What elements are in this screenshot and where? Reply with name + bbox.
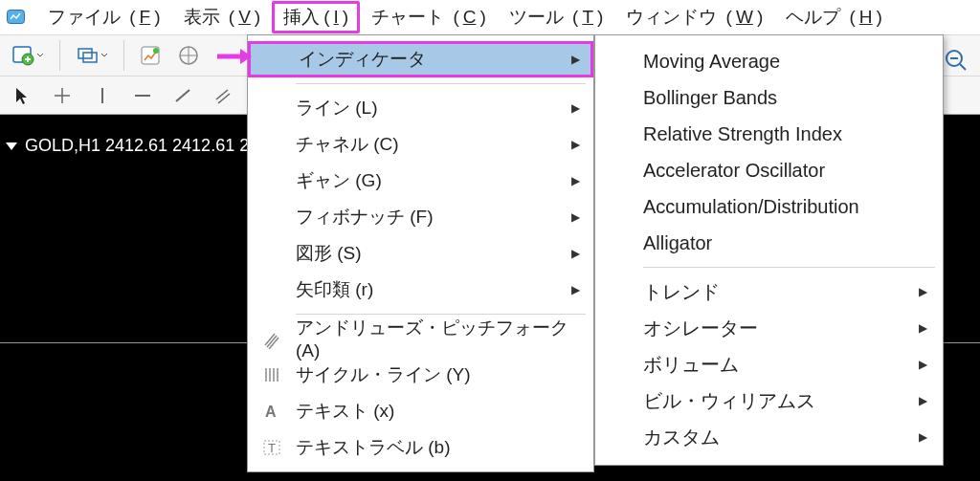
- new-chart-button[interactable]: [6, 39, 50, 72]
- chevron-down-icon: [6, 142, 17, 150]
- menu-item-alligator[interactable]: Alligator: [595, 225, 943, 261]
- menu-view[interactable]: 表示 (V): [172, 1, 273, 33]
- chevron-right-icon: ▶: [571, 101, 580, 115]
- app-icon: [6, 8, 29, 27]
- svg-text:A: A: [265, 404, 277, 420]
- profiles-button[interactable]: [70, 39, 114, 72]
- insert-menu-dropdown: インディケータ ▶ ライン (L)▶ チャネル (C)▶ ギャン (G)▶ フィ…: [247, 34, 594, 472]
- cycle-lines-icon: [248, 364, 296, 385]
- menu-file[interactable]: ファイル (F): [36, 1, 172, 33]
- menu-item-oscillators[interactable]: オシレーター▶: [595, 310, 943, 346]
- menu-item-custom[interactable]: カスタム▶: [595, 419, 943, 455]
- svg-rect-4: [83, 53, 97, 62]
- menu-item-pitchfork[interactable]: アンドリューズ・ピッチフォーク (A): [248, 320, 593, 357]
- trendline-tool[interactable]: [167, 79, 199, 112]
- menu-item-gann[interactable]: ギャン (G)▶: [248, 163, 593, 199]
- zoom-out-button[interactable]: [942, 46, 970, 75]
- menu-item-bollinger-bands[interactable]: Bollinger Bands: [595, 79, 943, 116]
- menu-item-accumulation-dist[interactable]: Accumulation/Distribution: [595, 188, 943, 225]
- crosshair-tool[interactable]: [46, 79, 78, 112]
- menu-help[interactable]: ヘルプ (H): [774, 1, 894, 33]
- menu-divider: [643, 267, 935, 268]
- text-label-icon: T: [248, 437, 296, 458]
- menu-item-moving-average[interactable]: Moving Average: [595, 43, 943, 79]
- menu-item-rsi[interactable]: Relative Strength Index: [595, 116, 943, 152]
- toolbar-separator: [123, 40, 124, 71]
- menu-window[interactable]: ウィンドウ (W): [614, 1, 774, 33]
- vertical-line-tool[interactable]: [86, 79, 119, 112]
- menu-item-accelerator-osc[interactable]: Accelerator Oscillator: [595, 152, 943, 188]
- menu-item-text-label[interactable]: T テキストラベル (b): [248, 429, 593, 466]
- chevron-right-icon: ▶: [571, 174, 580, 187]
- menu-chart[interactable]: チャート (C): [360, 1, 498, 33]
- menu-divider: [296, 83, 586, 84]
- menu-tools[interactable]: ツール (T): [498, 1, 615, 33]
- chevron-right-icon: ▶: [919, 285, 927, 298]
- chevron-right-icon: ▶: [919, 394, 927, 407]
- menu-bar: ファイル (F) 表示 (V) 挿入(I) チャート (C) ツール (T) ウ…: [0, 0, 980, 34]
- menu-item-fibonacci[interactable]: フィボナッチ (F)▶: [248, 199, 593, 235]
- svg-rect-3: [78, 49, 92, 58]
- chevron-right-icon: ▶: [919, 321, 927, 335]
- indicators-submenu: Moving Average Bollinger Bands Relative …: [594, 34, 944, 466]
- menu-item-bill-williams[interactable]: ビル・ウィリアムス▶: [595, 383, 943, 419]
- chevron-right-icon: ▶: [571, 53, 580, 66]
- text-a-icon: A: [248, 401, 296, 422]
- pitchfork-icon: [248, 328, 296, 349]
- chevron-right-icon: ▶: [919, 430, 927, 444]
- navigator-button[interactable]: [172, 39, 205, 72]
- chevron-right-icon: ▶: [571, 138, 580, 151]
- menu-item-arrows[interactable]: 矢印類 (r)▶: [248, 272, 593, 308]
- menu-item-volumes[interactable]: ボリューム▶: [595, 346, 943, 383]
- channel-tool[interactable]: [207, 79, 239, 112]
- market-watch-button[interactable]: [134, 39, 167, 72]
- chart-symbol-label: GOLD,H1 2412.61 2412.61 2411: [6, 136, 278, 156]
- svg-point-6: [153, 48, 159, 54]
- chevron-right-icon: ▶: [919, 358, 927, 371]
- svg-text:T: T: [268, 441, 276, 455]
- annotation-arrow-icon: [215, 47, 252, 66]
- horizontal-line-tool[interactable]: [126, 79, 159, 112]
- svg-rect-0: [8, 11, 25, 24]
- menu-item-channel[interactable]: チャネル (C)▶: [248, 126, 593, 163]
- cursor-tool[interactable]: [6, 79, 38, 112]
- chevron-right-icon: ▶: [571, 283, 580, 296]
- chevron-right-icon: ▶: [571, 210, 580, 224]
- menu-item-indicators[interactable]: インディケータ ▶: [248, 41, 593, 77]
- menu-item-shapes[interactable]: 図形 (S)▶: [248, 235, 593, 272]
- menu-item-text[interactable]: A テキスト (x): [248, 393, 593, 429]
- menu-divider: [296, 314, 586, 315]
- menu-item-trend[interactable]: トレンド▶: [595, 273, 943, 310]
- chevron-right-icon: ▶: [571, 247, 580, 260]
- menu-item-line[interactable]: ライン (L)▶: [248, 90, 593, 126]
- toolbar-separator: [59, 40, 60, 71]
- menu-insert[interactable]: 挿入(I): [272, 1, 360, 33]
- menu-item-cycle-lines[interactable]: サイクル・ライン (Y): [248, 357, 593, 393]
